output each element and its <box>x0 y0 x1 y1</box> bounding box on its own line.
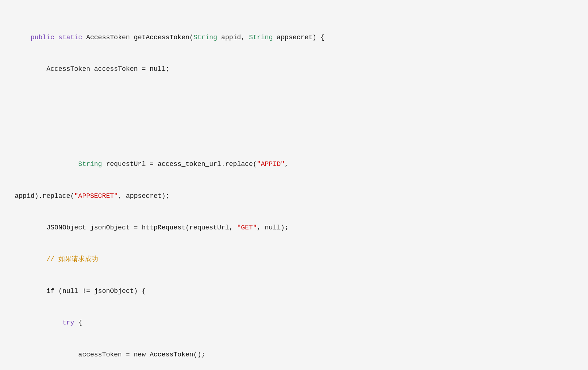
code-line-7: if (null != jsonObject) { <box>15 286 573 297</box>
code-line-3: String requestUrl = access_token_url.rep… <box>15 159 573 170</box>
str-appsecret: "APPSECRET" <box>74 192 118 200</box>
keyword-try: try <box>62 319 74 326</box>
code-line-5: JSONObject jsonObject = httpRequest(requ… <box>15 222 573 233</box>
code-line-9: accessToken = new AccessToken(); <box>15 349 573 360</box>
code-line-4: appid).replace("APPSECRET", appsecret); <box>15 191 573 202</box>
code-line-2: AccessToken accessToken = null; <box>15 64 573 75</box>
comment-if-success: // 如果请求成功 <box>46 255 98 263</box>
method-name: getAccessToken( <box>134 34 193 41</box>
str-get: "GET" <box>237 224 257 231</box>
stmt-jsonobject: JSONObject jsonObject = httpRequest(requ… <box>46 224 233 231</box>
stmt-new-access-token: accessToken = new AccessToken(); <box>78 351 205 358</box>
stmt-appsecret: , appsecret); <box>118 192 169 200</box>
code-line-1: public static AccessToken getAccessToken… <box>15 32 573 43</box>
param-2: appsecret) { <box>277 34 325 41</box>
stmt-appid-replace: appid).replace( <box>15 192 74 200</box>
stmt-if: if (null != jsonObject) { <box>46 287 146 295</box>
code-line-8: try { <box>15 318 573 328</box>
code-line-blank-2 <box>15 127 573 138</box>
param-1: appid, <box>221 34 245 41</box>
stmt-request-url: requestUrl = access_token_url.replace( <box>106 160 257 168</box>
code-line-6: // 如果请求成功 <box>15 254 573 265</box>
stmt-access-token-null: AccessToken accessToken = null; <box>46 65 169 73</box>
keyword-public: public <box>31 34 54 41</box>
param-type-1: String <box>193 34 217 41</box>
str-appid: "APPID" <box>257 160 285 168</box>
keyword-static: static <box>58 34 82 41</box>
code-viewer: public static AccessToken getAccessToken… <box>15 11 573 370</box>
type-access-token: AccessToken <box>86 34 130 41</box>
param-type-2: String <box>249 34 273 41</box>
type-string-1: String <box>78 160 102 168</box>
code-line-blank-1 <box>15 95 573 106</box>
brace-open: { <box>78 319 82 326</box>
stmt-null: , null); <box>257 224 288 231</box>
stmt-comma: , <box>285 160 289 168</box>
